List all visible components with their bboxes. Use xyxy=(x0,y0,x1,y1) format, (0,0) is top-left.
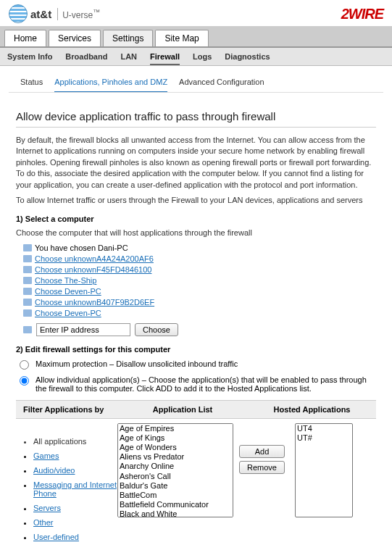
radio-allow-apps[interactable]: Allow individual application(s) – Choose… xyxy=(16,375,376,393)
step1-title: 1) Select a computer xyxy=(16,215,376,223)
add-button[interactable]: Add xyxy=(239,445,285,458)
computer-icon xyxy=(23,299,32,306)
filter-categories: All applications Games Audio/video Messa… xyxy=(16,431,117,547)
choose-computer-link[interactable]: Choose Deven-PC xyxy=(35,287,101,296)
att-text: at&t xyxy=(30,8,51,20)
choose-computer-link[interactable]: Choose The-Ship xyxy=(35,276,96,285)
application-list-select[interactable]: Age of EmpiresAge of KingsAge of Wonders… xyxy=(117,423,233,517)
intro-text-2: To allow Internet traffic or users throu… xyxy=(16,195,376,206)
subtab-status[interactable]: Status xyxy=(20,78,43,86)
subtab-adv[interactable]: Advanced Configuration xyxy=(179,78,264,86)
filter-body: All applications Games Audio/video Messa… xyxy=(16,423,376,555)
ip-row: Choose xyxy=(23,323,376,336)
tab-home[interactable]: Home xyxy=(4,30,46,46)
hosted-header: Hosted Applications xyxy=(248,405,376,414)
chosen-computer: You have chosen Dani-PC xyxy=(23,243,376,252)
filter-messaging[interactable]: Messaging and Internet Phone xyxy=(33,480,117,498)
remove-button[interactable]: Remove xyxy=(239,461,285,474)
filter-audiovideo[interactable]: Audio/video xyxy=(33,466,75,475)
computer-icon xyxy=(23,288,32,295)
radio-allow-input[interactable] xyxy=(20,376,29,386)
intro-text: By default, the firewall blocks all unwa… xyxy=(16,135,376,191)
computer-icon xyxy=(23,309,32,317)
computer-icon xyxy=(23,277,32,284)
filter-userdefined[interactable]: User-defined xyxy=(33,533,79,541)
choose-computer-link[interactable]: Choose unknownF45FD4846100 xyxy=(35,265,151,274)
subtab-apps[interactable]: Applications, Pinholes and DMZ xyxy=(54,78,167,92)
ip-input[interactable] xyxy=(36,323,130,336)
page-header: at&t U-verse™ 2WIRE xyxy=(0,0,392,27)
tab-diagnostics[interactable]: Diagnostics xyxy=(225,52,270,61)
filter-header-row: Filter Applications by Application List … xyxy=(16,400,376,419)
radio-max-label: Maximum protection – Disallow unsolicite… xyxy=(36,359,238,368)
tab-logs[interactable]: Logs xyxy=(193,52,212,61)
filter-games[interactable]: Games xyxy=(33,451,59,460)
tab-firewall[interactable]: Firewall xyxy=(150,52,180,65)
tab-broadband[interactable]: Broadband xyxy=(65,52,107,61)
globe-icon xyxy=(9,4,28,23)
radio-max-input[interactable] xyxy=(20,360,29,370)
firewall-subtabs: Status Applications, Pinholes and DMZ Ad… xyxy=(9,72,383,93)
tab-sitemap[interactable]: Site Map xyxy=(155,30,208,46)
choose-computer-link[interactable]: Choose unknownB407F9B2D6EF xyxy=(35,298,154,307)
choose-computer-link[interactable]: Choose Deven-PC xyxy=(35,309,101,317)
tab-sysinfo[interactable]: System Info xyxy=(7,52,52,61)
computer-icon xyxy=(23,326,32,333)
computer-icon xyxy=(23,255,32,262)
tab-settings[interactable]: Settings xyxy=(103,30,153,46)
filter-other[interactable]: Other xyxy=(33,518,54,527)
twowire-logo: 2WIRE xyxy=(341,6,383,22)
choose-computer-link[interactable]: Choose unknownA4A24A200AF6 xyxy=(35,254,154,263)
choose-button[interactable]: Choose xyxy=(135,323,178,336)
att-logo: at&t U-verse™ xyxy=(9,4,100,23)
uverse-text: U-verse™ xyxy=(57,8,100,20)
tab-services[interactable]: Services xyxy=(49,30,101,46)
step1-desc: Choose the computer that will host appli… xyxy=(16,228,376,238)
tab-lan[interactable]: LAN xyxy=(120,52,137,61)
step2-title: 2) Edit firewall settings for this compu… xyxy=(16,345,376,354)
computer-list: You have chosen Dani-PC Choose unknownA4… xyxy=(23,243,376,317)
main-tabs: Home Services Settings Site Map xyxy=(0,27,392,48)
radio-max-protection[interactable]: Maximum protection – Disallow unsolicite… xyxy=(16,359,376,370)
filter-all[interactable]: All applications xyxy=(33,437,117,446)
radio-allow-label: Allow individual application(s) – Choose… xyxy=(36,375,376,393)
hosted-applications-select[interactable]: UT4UT# xyxy=(295,423,353,517)
computer-icon xyxy=(23,266,32,273)
computer-icon xyxy=(23,244,32,251)
filter-header: Filter Applications by xyxy=(16,405,117,414)
filter-servers[interactable]: Servers xyxy=(33,504,61,512)
sub-tabs: System Info Broadband LAN Firewall Logs … xyxy=(0,48,392,66)
content: Allow device application traffic to pass… xyxy=(0,93,392,558)
add-remove-buttons: Add Remove xyxy=(233,423,291,555)
page-title: Allow device application traffic to pass… xyxy=(16,110,376,128)
applist-header: Application List xyxy=(117,405,248,414)
